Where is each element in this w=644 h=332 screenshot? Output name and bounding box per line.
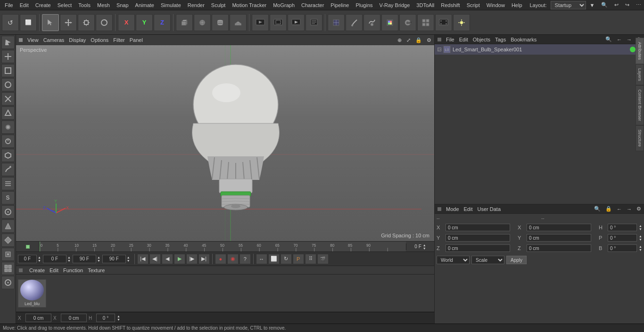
menu-item-vray[interactable]: V-Ray Bridge (377, 1, 413, 9)
sidebar-tool-13[interactable] (1, 219, 15, 233)
menu-item-animate[interactable]: Animate (132, 1, 157, 9)
y-axis-button[interactable]: Y (136, 14, 153, 31)
sidebar-tool-8[interactable] (1, 149, 15, 162)
tab-layers[interactable]: Layers (636, 64, 644, 85)
film-strip-button[interactable]: 🎬 (317, 254, 329, 264)
render-picviewer-button[interactable] (288, 14, 305, 31)
obj-mgr-arrow-right[interactable]: → (627, 37, 632, 42)
move-playback-button[interactable]: ↔ (256, 254, 267, 264)
x-axis-button[interactable]: X (118, 14, 135, 31)
h-spinners-attr[interactable]: ▲ ▼ (639, 224, 642, 231)
menu-item-pipeline[interactable]: Pipeline (328, 1, 352, 9)
sidebar-tool-11[interactable]: S (1, 191, 15, 204)
attr-settings[interactable]: ⚙ (636, 206, 641, 212)
sidebar-tool-5[interactable] (1, 106, 15, 120)
current-frame-spinner[interactable]: ▲ ▼ (67, 256, 71, 262)
select-tool-button[interactable] (42, 14, 59, 31)
render-region-button[interactable] (270, 14, 287, 31)
tab-attributes[interactable]: Attributes (636, 38, 644, 64)
h-pos-input[interactable] (96, 314, 115, 322)
material-menu-function[interactable]: Function (63, 267, 83, 273)
object-row-0[interactable]: ▷ L0 Led_Smart_Bulb_Speaker001 (435, 44, 644, 55)
x2-pos-input[interactable] (61, 314, 87, 322)
bp-button[interactable]: BP (399, 14, 416, 31)
redo-icon[interactable]: ↪ (622, 1, 632, 9)
rotate-tool-button[interactable] (96, 14, 113, 31)
z-axis-button[interactable]: Z (154, 14, 171, 31)
z-rotation-input[interactable] (527, 244, 591, 252)
sidebar-tool-15[interactable] (1, 248, 15, 261)
menu-item-render[interactable]: Render (185, 1, 207, 9)
attr-lock[interactable]: 🔒 (605, 206, 612, 212)
sidebar-tool-17[interactable] (1, 276, 15, 289)
menu-item-character[interactable]: Character (298, 1, 327, 9)
move-tool-button[interactable] (60, 14, 77, 31)
b-rotation-input[interactable] (608, 244, 637, 252)
sculpt-button[interactable] (363, 14, 380, 31)
paint-button[interactable] (381, 14, 398, 31)
sidebar-tool-6[interactable] (1, 121, 15, 134)
x-pos-input[interactable] (25, 314, 51, 322)
z-position-input[interactable] (446, 244, 510, 252)
plane-button[interactable] (230, 14, 247, 31)
goto-start-button[interactable]: |◀ (137, 254, 149, 264)
front-view-button[interactable] (328, 14, 345, 31)
timeline-frame-arrows[interactable]: ▲ ▼ (423, 243, 426, 250)
y-position-input[interactable] (446, 234, 510, 242)
dots-button[interactable] (417, 14, 434, 31)
attr-search[interactable]: 🔍 (594, 206, 601, 212)
rotation-button[interactable]: ↻ (281, 254, 292, 264)
menu-item-redshift[interactable]: Redshift (438, 1, 462, 9)
material-menu-create[interactable]: Create (29, 267, 45, 273)
sidebar-tool-4[interactable] (1, 92, 15, 105)
scale-select[interactable]: Scale (471, 256, 504, 264)
render-settings-button[interactable] (305, 14, 322, 31)
attr-mode[interactable]: Mode (446, 206, 459, 212)
p-spinners-attr[interactable]: ▲ ▼ (639, 235, 642, 241)
material-items-area[interactable]: Led_blu (16, 275, 434, 312)
attr-arrow-right[interactable]: → (627, 206, 632, 212)
menu-item-help[interactable]: Help (509, 1, 525, 9)
undo-button[interactable]: ↺ (2, 14, 19, 31)
viewport-menu-cameras[interactable]: Cameras (43, 37, 65, 43)
preview-end-input[interactable] (102, 255, 126, 263)
material-item-0[interactable]: Led_blu (18, 279, 46, 308)
preview-button[interactable]: ? (239, 254, 251, 264)
obj-mgr-objects[interactable]: Objects (473, 37, 490, 42)
preview-end-spinner[interactable]: ▲ ▼ (127, 256, 130, 262)
menu-item-file[interactable]: File (2, 1, 16, 9)
viewport-menu-options[interactable]: Options (91, 37, 108, 43)
viewport-menu-display[interactable]: Display (69, 37, 86, 43)
sidebar-tool-3[interactable] (1, 78, 15, 91)
menu-item-3dtoall[interactable]: 3DToAll (413, 1, 437, 9)
y-rotation-input[interactable] (527, 234, 591, 242)
key-button[interactable]: ⬜ (268, 254, 280, 264)
cylinder-button[interactable] (212, 14, 229, 31)
viewport-menu-view[interactable]: View (27, 37, 39, 43)
timeline-ruler[interactable]: 0 5 10 15 20 25 30 35 40 45 50 55 60 65 … (16, 241, 434, 251)
sidebar-tool-1[interactable] (1, 50, 15, 63)
h-rotation-input[interactable] (608, 224, 637, 231)
scale-tool-button[interactable] (78, 14, 95, 31)
obj-mgr-bookmarks[interactable]: Bookmarks (511, 37, 537, 42)
sphere-button[interactable] (194, 14, 211, 31)
sidebar-tool-16[interactable] (1, 262, 15, 275)
step-back-button[interactable]: ◀| (149, 254, 161, 264)
end-frame-spinner[interactable]: ▲ ▼ (97, 256, 100, 262)
attr-edit[interactable]: Edit (464, 206, 473, 212)
world-select[interactable]: World Object (437, 256, 470, 264)
sidebar-tool-12[interactable] (1, 205, 15, 219)
play-back-button[interactable]: ◀ (162, 254, 173, 264)
play-forward-button[interactable]: ▶ (174, 254, 185, 264)
obj-mgr-edit[interactable]: Edit (459, 37, 468, 42)
obj-mgr-tags[interactable]: Tags (495, 37, 506, 42)
current-frame-input[interactable] (43, 255, 66, 263)
menu-item-simulate[interactable]: Simulate (158, 1, 184, 9)
x-rotation-input[interactable] (527, 224, 591, 231)
sidebar-tool-14[interactable] (1, 234, 15, 247)
obj-mgr-search[interactable]: 🔍 (605, 36, 612, 42)
auto-key-button[interactable]: ◉ (227, 254, 239, 264)
menu-item-motion-tracker[interactable]: Motion Tracker (229, 1, 269, 9)
tab-content-browser[interactable]: Content Browser (636, 85, 644, 125)
menu-item-mesh[interactable]: Mesh (94, 1, 113, 9)
